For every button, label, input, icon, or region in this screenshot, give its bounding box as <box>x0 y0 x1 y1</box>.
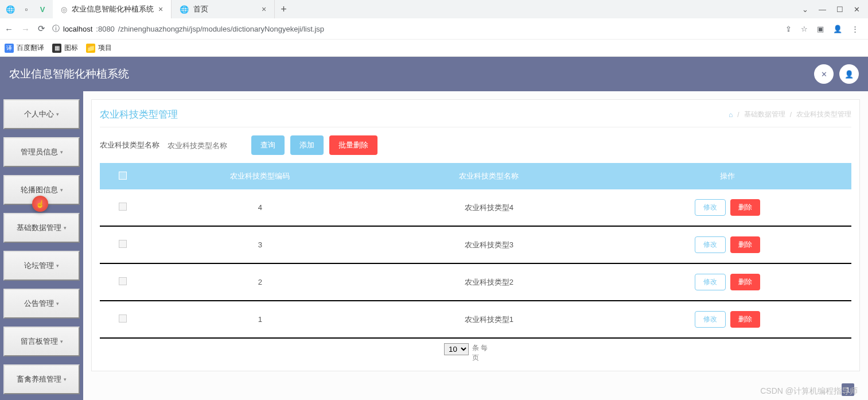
cell-name: 农业科技类型1 <box>375 301 604 338</box>
delete-button[interactable]: 删除 <box>730 311 760 328</box>
panel-icon[interactable]: ▣ <box>817 25 824 33</box>
cell-code: 1 <box>146 301 375 338</box>
cell-name: 农业科技类型4 <box>375 189 604 226</box>
sidebar-item-livestock[interactable]: 畜禽养殖管理 <box>3 364 80 394</box>
home-icon[interactable]: ⌂ <box>729 111 733 119</box>
sidebar-item-message[interactable]: 留言板管理 <box>3 327 80 356</box>
cell-code: 3 <box>146 226 375 263</box>
search-button[interactable]: 查询 <box>251 135 285 155</box>
app-header: 农业信息智能化种植系统 ✕ 👤 <box>0 57 868 91</box>
tab-title: 农业信息智能化种植系统 <box>72 4 154 14</box>
tab-bar: 🌐 ▫ V ◎ 农业信息智能化种植系统 × 🌐 首页 × + ⌄ — ☐ ✕ <box>0 0 868 18</box>
chevron-down-icon[interactable]: ⌄ <box>802 5 808 14</box>
cursor-indicator-icon <box>32 196 48 212</box>
edit-button[interactable]: 修改 <box>695 199 726 216</box>
delete-button[interactable]: 删除 <box>730 236 760 253</box>
blank-tab-icon[interactable]: ▫ <box>22 5 31 14</box>
sidebar-item-notice[interactable]: 公告管理 <box>3 289 80 319</box>
bookmark-item[interactable]: 译 百度翻译 <box>5 43 44 53</box>
translate-icon: 译 <box>5 44 14 53</box>
profile-icon[interactable]: 👤 <box>833 25 842 33</box>
share-icon[interactable]: ⇪ <box>785 25 792 33</box>
tab-favicon-icon: 🌐 <box>180 5 189 14</box>
site-info-icon[interactable]: ⓘ <box>52 24 60 34</box>
filter-input[interactable] <box>165 138 246 153</box>
maximize-icon[interactable]: ☐ <box>836 5 843 14</box>
vue-icon[interactable]: V <box>38 5 47 14</box>
close-icon[interactable]: × <box>262 5 266 14</box>
table-row: 4 农业科技类型4 修改 删除 <box>100 189 851 226</box>
add-button[interactable]: 添加 <box>290 135 324 155</box>
new-tab-button[interactable]: + <box>275 3 293 15</box>
app-title: 农业信息智能化种植系统 <box>9 67 129 81</box>
app-body: 个人中心 管理员信息 轮播图信息 基础数据管理 论坛管理 公告管理 留言板管理 … <box>0 91 868 400</box>
filter-row: 农业科技类型名称 查询 添加 批量删除 <box>100 135 851 155</box>
user-button[interactable]: 👤 <box>839 64 859 84</box>
pagination: 10 条 每 页 <box>100 343 851 363</box>
table-row: 3 农业科技类型3 修改 删除 <box>100 226 851 263</box>
delete-button[interactable]: 删除 <box>730 274 760 290</box>
sidebar: 个人中心 管理员信息 轮播图信息 基础数据管理 论坛管理 公告管理 留言板管理 … <box>0 91 83 400</box>
column-header: 农业科技类型名称 <box>375 163 604 189</box>
delete-button[interactable]: 删除 <box>730 199 760 216</box>
select-all-checkbox[interactable] <box>119 172 127 180</box>
breadcrumb: ⌂ / 基础数据管理 / 农业科技类型管理 <box>729 110 851 119</box>
forward-icon[interactable]: → <box>21 24 30 34</box>
tab-title: 首页 <box>193 4 208 14</box>
bookmark-item[interactable]: ▦ 图标 <box>52 43 78 53</box>
bookmark-item[interactable]: 📁 项目 <box>86 43 112 53</box>
reload-icon[interactable]: ⟳ <box>38 24 45 34</box>
row-checkbox[interactable] <box>119 314 127 323</box>
folder-icon: 📁 <box>86 44 95 53</box>
breadcrumb-item: 农业科技类型管理 <box>796 110 851 119</box>
cell-code: 4 <box>146 189 375 226</box>
bookmark-bar: 译 百度翻译 ▦ 图标 📁 项目 <box>0 39 868 56</box>
url-path: /zhinenghuazhongzhi/jsp/modules/dictiona… <box>118 25 324 33</box>
browser-tab-inactive[interactable]: 🌐 首页 × <box>172 0 275 18</box>
edit-button[interactable]: 修改 <box>695 311 726 328</box>
bulk-delete-button[interactable]: 批量删除 <box>329 135 377 155</box>
row-checkbox[interactable] <box>119 277 127 285</box>
panel-header: 农业科技类型管理 ⌂ / 基础数据管理 / 农业科技类型管理 <box>100 108 851 127</box>
star-icon[interactable]: ☆ <box>801 25 808 33</box>
url-input[interactable]: ⓘ localhost:8080/zhinenghuazhongzhi/jsp/… <box>52 24 779 34</box>
menu-icon[interactable]: ⋮ <box>851 25 859 33</box>
minimize-icon[interactable]: — <box>819 5 826 14</box>
table-row: 1 农业科技类型1 修改 删除 <box>100 301 851 338</box>
column-header: 操作 <box>604 163 851 189</box>
window-controls: ⌄ — ☐ ✕ <box>794 5 868 14</box>
table-header-row: 农业科技类型编码 农业科技类型名称 操作 <box>100 163 851 189</box>
content-area: 农业科技类型管理 ⌂ / 基础数据管理 / 农业科技类型管理 农业科技类型名称 … <box>83 91 868 400</box>
fullscreen-button[interactable]: ✕ <box>814 64 834 84</box>
close-window-icon[interactable]: ✕ <box>854 5 860 14</box>
pagination-text: 条 每 <box>472 344 488 352</box>
table-row: 2 农业科技类型2 修改 删除 <box>100 263 851 301</box>
sidebar-item-admin[interactable]: 管理员信息 <box>3 137 80 167</box>
panel: 农业科技类型管理 ⌂ / 基础数据管理 / 农业科技类型管理 农业科技类型名称 … <box>91 99 860 371</box>
back-icon[interactable]: ← <box>5 24 13 34</box>
cell-name: 农业科技类型2 <box>375 263 604 301</box>
sidebar-item-forum[interactable]: 论坛管理 <box>3 251 80 281</box>
tab-favicon-icon: ◎ <box>61 5 67 14</box>
data-table: 农业科技类型编码 农业科技类型名称 操作 4 农业科技类型4 修改 删除 3 农… <box>100 163 851 339</box>
page-size-select[interactable]: 10 <box>444 343 469 355</box>
edit-button[interactable]: 修改 <box>695 236 726 253</box>
sidebar-item-profile[interactable]: 个人中心 <box>3 99 80 129</box>
row-checkbox[interactable] <box>119 203 127 211</box>
column-header: 农业科技类型编码 <box>146 163 375 189</box>
row-checkbox[interactable] <box>119 240 127 248</box>
edit-button[interactable]: 修改 <box>695 274 726 290</box>
browser-tab-active[interactable]: ◎ 农业信息智能化种植系统 × <box>53 0 172 18</box>
panel-title: 农业科技类型管理 <box>100 108 178 121</box>
pagination-text: 页 <box>472 354 479 362</box>
cell-code: 2 <box>146 263 375 301</box>
filter-label: 农业科技类型名称 <box>100 140 159 150</box>
globe-icon[interactable]: 🌐 <box>6 5 15 14</box>
watermark: CSDN @计算机编程指导师 <box>760 386 858 397</box>
cell-name: 农业科技类型3 <box>375 226 604 263</box>
breadcrumb-item[interactable]: 基础数据管理 <box>744 110 785 119</box>
sidebar-item-basedata[interactable]: 基础数据管理 <box>3 213 80 243</box>
address-bar: ← → ⟳ ⓘ localhost:8080/zhinenghuazhongzh… <box>0 18 868 39</box>
close-icon[interactable]: × <box>158 5 163 14</box>
image-icon: ▦ <box>52 44 61 53</box>
